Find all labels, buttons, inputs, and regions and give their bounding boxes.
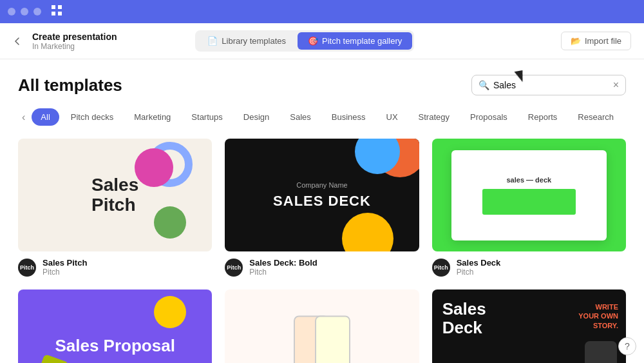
template-info-sales-deck-bold: Pitch Sales Deck: Bold Pitch [225, 258, 419, 277]
pitch-icon: 🎯 [308, 36, 318, 46]
template-source-sales-pitch: Pitch [43, 268, 87, 277]
category-tab-simple[interactable]: Simpl [625, 108, 626, 126]
template-card-sales-pitch[interactable]: SalesPitch Pitch Sales Pitch Pitch [18, 139, 212, 277]
template-source-sales-deck: Pitch [457, 268, 501, 277]
breadcrumb: In Marketing [32, 42, 117, 51]
grid-icon [52, 5, 62, 18]
search-bar: 🔍 × [471, 75, 626, 95]
category-tab-business[interactable]: Business [323, 108, 375, 126]
template-info-sales-deck: Pitch Sales Deck Pitch [432, 258, 626, 277]
template-thumb-sales-deck: sales — deck [432, 139, 626, 251]
category-tab-all[interactable]: All [32, 108, 59, 126]
template-source-sales-deck-bold: Pitch [249, 268, 317, 277]
category-tab-marketing[interactable]: Marketing [125, 108, 180, 126]
category-tab-strategy[interactable]: Strategy [410, 108, 459, 126]
template-thumb-sales-pitch: SalesPitch [18, 139, 212, 251]
category-tab-sales[interactable]: Sales [281, 108, 320, 126]
library-icon: 📄 [207, 36, 218, 46]
create-presentation-info: Create presentation In Marketing [32, 32, 117, 51]
template-card-async-sales-deck[interactable]: SalesDeck WRITEYOUR OWNSTORY. Pitch Asyn… [432, 289, 626, 363]
template-thumb-sales-deck-bold: Company Name SALES DECK [225, 139, 419, 251]
import-icon: 📂 [571, 36, 581, 46]
tab-library[interactable]: 📄 Library templates [197, 32, 296, 50]
search-icon: 🔍 [478, 80, 489, 90]
template-grid: SalesPitch Pitch Sales Pitch Pitch Compa… [18, 139, 626, 363]
svg-rect-2 [52, 12, 55, 15]
header-row: All templates 🔍 × [18, 75, 626, 95]
template-thumb-async-sales: SalesDeck WRITEYOUR OWNSTORY. [432, 289, 626, 363]
traffic-light-max[interactable] [33, 8, 41, 15]
create-presentation-title: Create presentation [32, 32, 117, 42]
avatar-sales-deck: Pitch [432, 259, 450, 277]
category-prev-button[interactable]: ‹ [18, 109, 29, 126]
template-card-simple-sales-deck[interactable]: SALESDECK Pitch Simple Sales Deck Pitch [225, 289, 419, 363]
svg-rect-1 [58, 5, 62, 9]
template-card-sales-deck[interactable]: sales — deck Pitch Sales Deck Pitch [432, 139, 626, 277]
category-tab-startups[interactable]: Startups [182, 108, 231, 126]
import-file-button[interactable]: 📂 Import file [561, 32, 631, 50]
template-card-sales-deck-bold[interactable]: Company Name SALES DECK Pitch Sales Deck… [225, 139, 419, 277]
template-card-sales-proposal[interactable]: Sales Proposal Pitch Sales Proposal Pitc… [18, 289, 212, 363]
search-input[interactable] [489, 75, 611, 95]
template-name-sales-pitch: Sales Pitch [43, 258, 87, 268]
avatar-sales-pitch: Pitch [18, 259, 36, 277]
category-tab-proposals[interactable]: Proposals [461, 108, 516, 126]
category-tab-design[interactable]: Design [234, 108, 278, 126]
template-thumb-simple-sales: SALESDECK [225, 289, 419, 363]
template-name-sales-deck: Sales Deck [457, 258, 501, 268]
clear-search-icon[interactable]: × [613, 79, 619, 91]
avatar-sales-deck-bold: Pitch [225, 259, 243, 277]
svg-rect-3 [58, 12, 62, 15]
template-thumb-sales-proposal: Sales Proposal [18, 289, 212, 363]
category-tab-pitch-decks[interactable]: Pitch decks [62, 108, 122, 126]
category-tab-ux[interactable]: UX [377, 108, 407, 126]
template-info-sales-pitch: Pitch Sales Pitch Pitch [18, 258, 212, 277]
traffic-light-min[interactable] [21, 8, 28, 15]
tab-pitch-gallery[interactable]: 🎯 Pitch template gallery [298, 32, 412, 50]
main-content: All templates 🔍 × ‹ All Pitch decks Mark… [0, 59, 644, 363]
svg-rect-0 [52, 5, 55, 9]
category-tab-reports[interactable]: Reports [519, 108, 567, 126]
help-button[interactable]: ? [618, 337, 636, 355]
titlebar [0, 0, 644, 23]
tab-group: 📄 Library templates 🎯 Pitch template gal… [195, 30, 414, 52]
template-name-sales-deck-bold: Sales Deck: Bold [249, 258, 317, 268]
category-tab-research[interactable]: Research [569, 108, 623, 126]
traffic-light-close[interactable] [8, 8, 15, 15]
back-button[interactable] [13, 37, 22, 46]
topbar: Create presentation In Marketing 📄 Libra… [0, 23, 644, 59]
page-title: All templates [18, 75, 122, 95]
category-tabs: ‹ All Pitch decks Marketing Startups Des… [18, 108, 626, 126]
